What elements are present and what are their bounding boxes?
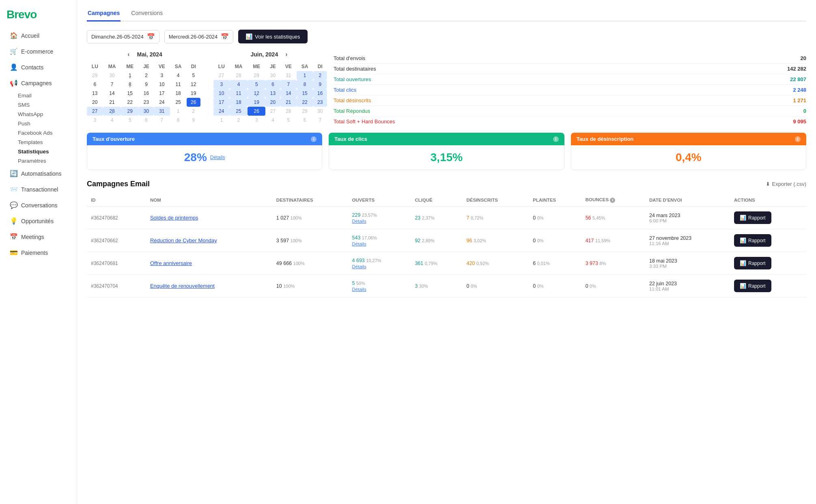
sidebar-item-opportunites[interactable]: 💡 Opportunités xyxy=(3,213,73,228)
calendar-cell[interactable]: 7 xyxy=(103,80,121,89)
calendar-cell[interactable]: 25 xyxy=(170,98,187,107)
campaign-name-link[interactable]: Offre anniversaire xyxy=(150,260,192,266)
rapport-button[interactable]: 📊Rapport xyxy=(734,211,771,224)
calendar-cell[interactable]: 18 xyxy=(230,98,248,107)
calendar-cell[interactable]: 19 xyxy=(187,89,200,98)
calendar-cell[interactable]: 8 xyxy=(170,116,187,125)
calendar-cell[interactable]: 26 xyxy=(187,98,200,107)
calendar-cell[interactable]: 26 xyxy=(248,107,265,116)
calendar-cell[interactable]: 7 xyxy=(280,80,297,89)
ouverts-details-link[interactable]: Détails xyxy=(352,219,407,224)
rapport-button[interactable]: 📊Rapport xyxy=(734,234,771,247)
campaign-name-link[interactable]: Réduction de Cyber Monday xyxy=(150,237,217,243)
calendar-cell[interactable]: 4 xyxy=(265,116,280,125)
info-icon-clics[interactable]: i xyxy=(553,136,559,142)
sidebar-sub-sms[interactable]: SMS xyxy=(0,100,77,110)
calendar-start-icon[interactable]: 📅 xyxy=(147,33,155,41)
calendar-cell[interactable]: 9 xyxy=(139,80,154,89)
calendar-cell[interactable]: 4 xyxy=(103,116,121,125)
next-month-button[interactable]: › xyxy=(283,50,290,59)
calendar-cell[interactable]: 25 xyxy=(230,107,248,116)
sidebar-sub-facebook-ads[interactable]: Facebook Ads xyxy=(0,128,77,138)
calendar-cell[interactable]: 17 xyxy=(213,98,230,107)
calendar-cell[interactable]: 30 xyxy=(103,71,121,80)
calendar-cell[interactable]: 14 xyxy=(280,89,297,98)
ouverture-details-link[interactable]: Détails xyxy=(210,155,225,160)
calendar-cell[interactable]: 24 xyxy=(213,107,230,116)
calendar-cell[interactable]: 31 xyxy=(280,71,297,80)
calendar-cell[interactable]: 31 xyxy=(154,107,170,116)
calendar-cell[interactable]: 12 xyxy=(248,89,265,98)
sidebar-item-automatisations[interactable]: 🔄 Automatisations xyxy=(3,166,73,181)
info-icon-desinscription[interactable]: i xyxy=(795,136,801,142)
calendar-cell[interactable]: 3 xyxy=(154,71,170,80)
calendar-cell[interactable]: 9 xyxy=(187,116,200,125)
ouverts-details-link[interactable]: Détails xyxy=(352,287,407,292)
calendar-cell[interactable]: 28 xyxy=(230,71,248,80)
info-icon-ouverture[interactable]: i xyxy=(311,136,316,142)
campaign-name-link[interactable]: Enquête de renouvellement xyxy=(150,283,215,289)
voir-statistiques-button[interactable]: 📊 Voir les statistiques xyxy=(238,30,307,43)
calendar-cell[interactable]: 21 xyxy=(280,98,297,107)
sidebar-sub-email[interactable]: Email xyxy=(0,91,77,100)
calendar-cell[interactable]: 22 xyxy=(121,98,139,107)
sidebar-item-conversations[interactable]: 💬 Conversations xyxy=(3,198,73,213)
calendar-cell[interactable]: 27 xyxy=(87,107,103,116)
calendar-cell[interactable]: 28 xyxy=(103,107,121,116)
calendar-cell[interactable]: 5 xyxy=(280,116,297,125)
calendar-cell[interactable]: 30 xyxy=(139,107,154,116)
calendar-cell[interactable]: 6 xyxy=(139,116,154,125)
sidebar-sub-parametres[interactable]: Paramètres xyxy=(0,156,77,166)
sidebar-item-meetings[interactable]: 📅 Meetings xyxy=(3,229,73,244)
calendar-cell[interactable]: 29 xyxy=(297,107,313,116)
calendar-cell[interactable]: 7 xyxy=(154,116,170,125)
calendar-cell[interactable]: 14 xyxy=(103,89,121,98)
calendar-cell[interactable]: 1 xyxy=(213,116,230,125)
calendar-cell[interactable]: 18 xyxy=(170,89,187,98)
rapport-button[interactable]: 📊Rapport xyxy=(734,257,771,269)
calendar-cell[interactable]: 20 xyxy=(265,98,280,107)
calendar-cell[interactable]: 9 xyxy=(313,80,327,89)
calendar-cell[interactable]: 16 xyxy=(313,89,327,98)
sidebar-item-campagnes[interactable]: 📢 Campagnes xyxy=(3,75,73,90)
calendar-cell[interactable]: 2 xyxy=(139,71,154,80)
calendar-cell[interactable]: 6 xyxy=(265,80,280,89)
calendar-cell[interactable]: 21 xyxy=(103,98,121,107)
calendar-cell[interactable]: 20 xyxy=(87,98,103,107)
calendar-cell[interactable]: 30 xyxy=(313,107,327,116)
calendar-cell[interactable]: 11 xyxy=(170,80,187,89)
calendar-cell[interactable]: 1 xyxy=(170,107,187,116)
calendar-cell[interactable]: 2 xyxy=(313,71,327,80)
calendar-cell[interactable]: 17 xyxy=(154,89,170,98)
calendar-cell[interactable]: 19 xyxy=(248,98,265,107)
calendar-cell[interactable]: 16 xyxy=(139,89,154,98)
calendar-cell[interactable]: 27 xyxy=(265,107,280,116)
ouverts-details-link[interactable]: Détails xyxy=(352,241,407,246)
calendar-end-icon[interactable]: 📅 xyxy=(221,33,229,41)
sidebar-item-contacts[interactable]: 👤 Contacts xyxy=(3,60,73,75)
tab-conversions[interactable]: Conversions xyxy=(130,6,164,22)
sidebar-sub-push[interactable]: Push xyxy=(0,119,77,128)
calendar-cell[interactable]: 15 xyxy=(297,89,313,98)
rapport-button[interactable]: 📊Rapport xyxy=(734,280,771,292)
prev-month-button[interactable]: ‹ xyxy=(125,50,132,59)
tab-campagnes[interactable]: Campagnes xyxy=(87,6,121,22)
calendar-cell[interactable]: 7 xyxy=(313,116,327,125)
calendar-cell[interactable]: 10 xyxy=(213,89,230,98)
calendar-cell[interactable]: 29 xyxy=(248,71,265,80)
sidebar-item-accueil[interactable]: 🏠 Accueil xyxy=(3,28,73,43)
calendar-cell[interactable]: 13 xyxy=(87,89,103,98)
calendar-cell[interactable]: 5 xyxy=(187,71,200,80)
calendar-cell[interactable]: 4 xyxy=(230,80,248,89)
calendar-cell[interactable]: 3 xyxy=(213,80,230,89)
sidebar-sub-statistiques[interactable]: Statistiques xyxy=(0,147,77,156)
calendar-cell[interactable]: 5 xyxy=(121,116,139,125)
date-start-input[interactable]: Dimanche.26-05-2024 📅 xyxy=(87,30,159,43)
calendar-cell[interactable]: 12 xyxy=(187,80,200,89)
calendar-cell[interactable]: 23 xyxy=(313,98,327,107)
campaign-name-link[interactable]: Soldes de printemps xyxy=(150,215,198,221)
calendar-cell[interactable]: 10 xyxy=(154,80,170,89)
sidebar-item-transactionnel[interactable]: 📨 Transactionnel xyxy=(3,182,73,197)
calendar-cell[interactable]: 28 xyxy=(280,107,297,116)
calendar-cell[interactable]: 5 xyxy=(248,80,265,89)
